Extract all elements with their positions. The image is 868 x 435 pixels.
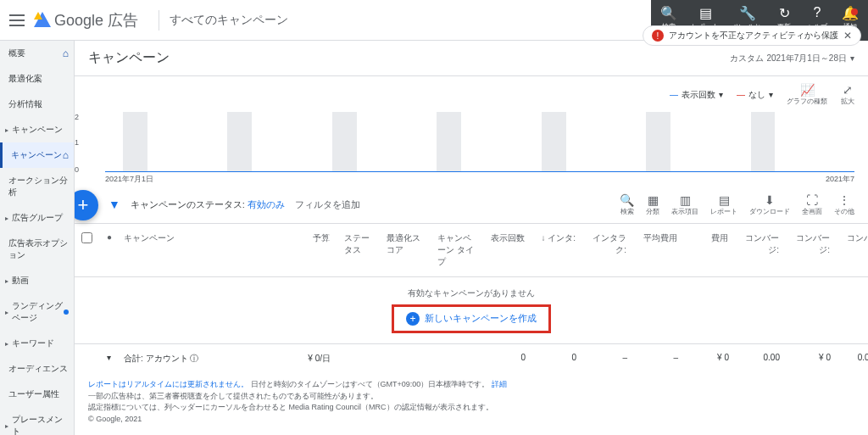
sidebar-item-0[interactable]: 概要⌂ bbox=[0, 41, 74, 66]
page-title: キャンペーン bbox=[88, 49, 170, 67]
table-action-4[interactable]: ⬇ダウンロード bbox=[749, 193, 790, 216]
date-range-picker[interactable]: カスタム 2021年7月1日～28日 ▾ bbox=[730, 53, 855, 64]
select-all-checkbox[interactable] bbox=[81, 232, 92, 243]
column-header[interactable]: コンバージ: bbox=[736, 224, 787, 276]
security-alert-pill[interactable]: ! アカウントを不正なアクティビティから保護 ✕ bbox=[643, 25, 861, 46]
product-logo[interactable]: Google 広告 bbox=[34, 10, 138, 31]
dash-icon: — bbox=[737, 90, 745, 99]
chart-type-button[interactable]: 📈グラフの種類 bbox=[787, 83, 827, 106]
column-header[interactable]: インタラク: bbox=[583, 224, 634, 276]
chevron-down-icon[interactable]: ▾ bbox=[107, 353, 111, 362]
column-header[interactable]: コンバージ: bbox=[787, 224, 837, 276]
sidebar-item-11[interactable]: オーディエンス bbox=[0, 356, 74, 382]
column-header[interactable]: コンバージ: bbox=[837, 224, 868, 276]
sidebar-item-2[interactable]: 分析情報 bbox=[0, 92, 74, 117]
total-row: ▾ 合計: アカウント ⓘ ¥ 0/日 0 0 – – ¥ 0 0.00 ¥ 0… bbox=[75, 343, 868, 369]
sidebar-item-5[interactable]: オークション分析 bbox=[0, 168, 74, 205]
product-name: Google 広告 bbox=[54, 10, 138, 31]
dash-icon: — bbox=[670, 90, 678, 99]
column-header[interactable]: キャンペーン タイプ bbox=[431, 224, 481, 276]
column-header[interactable]: 費用 bbox=[685, 224, 736, 276]
sidebar-item-10[interactable]: ▸キーワード bbox=[0, 331, 74, 356]
sidebar-item-13[interactable]: ▸プレースメント bbox=[0, 407, 74, 435]
alert-text: アカウントを不正なアクティビティから保護 bbox=[669, 30, 838, 42]
table-action-5[interactable]: ⛶全画面 bbox=[802, 193, 822, 216]
table-action-6[interactable]: ⋮その他 bbox=[834, 193, 854, 216]
column-header[interactable]: 表示回数 bbox=[481, 224, 532, 276]
divider bbox=[159, 10, 159, 31]
sidebar-item-6[interactable]: ▸広告グループ bbox=[0, 205, 74, 231]
column-header[interactable]: キャンペーン bbox=[117, 224, 287, 276]
column-header[interactable]: ↓ インタ: bbox=[532, 224, 583, 276]
sidebar-item-8[interactable]: ▸動画 bbox=[0, 268, 74, 293]
hamburger-menu-icon[interactable] bbox=[7, 10, 27, 31]
column-header[interactable] bbox=[75, 224, 100, 276]
column-header[interactable]: ステータス bbox=[337, 224, 380, 276]
table-action-0[interactable]: 🔍検索 bbox=[620, 193, 634, 216]
sidebar-item-4[interactable]: キャンペーン⌂ bbox=[0, 142, 74, 168]
chevron-down-icon: ▾ bbox=[850, 53, 854, 63]
sidebar-item-12[interactable]: ユーザー属性 bbox=[0, 382, 74, 407]
sidebar-item-9[interactable]: ▸ランディング ページ bbox=[0, 293, 74, 331]
alert-icon: ! bbox=[652, 30, 664, 42]
sidebar: 概要⌂最適化案分析情報▸キャンペーンキャンペーン⌂オークション分析▸広告グループ… bbox=[0, 41, 75, 435]
table-action-3[interactable]: ▤レポート bbox=[710, 193, 737, 216]
create-campaign-button[interactable]: + 新しいキャンペーンを作成 bbox=[406, 312, 537, 326]
add-filter-button[interactable]: フィルタを追加 bbox=[295, 198, 360, 211]
chevron-down-icon: ▾ bbox=[719, 90, 723, 99]
plus-icon: + bbox=[406, 312, 420, 326]
table-action-2[interactable]: ▥表示項目 bbox=[671, 193, 698, 216]
chevron-down-icon: ▾ bbox=[769, 90, 773, 99]
sidebar-item-1[interactable]: 最適化案 bbox=[0, 66, 74, 92]
sidebar-item-3[interactable]: ▸キャンペーン bbox=[0, 117, 74, 142]
sidebar-item-7[interactable]: 広告表示オプション bbox=[0, 231, 74, 268]
ads-logo-icon bbox=[34, 12, 51, 29]
empty-state: 有効なキャンペーンがありません + 新しいキャンペーンを作成 bbox=[75, 277, 868, 343]
metric-selector-primary[interactable]: — 表示回数 ▾ bbox=[670, 89, 723, 101]
filter-chip[interactable]: キャンペーンのステータス: 有効のみ bbox=[131, 198, 285, 211]
column-header[interactable]: 予算 bbox=[287, 224, 337, 276]
chart: 2 1 0 2021年7月1日 2021年7 bbox=[75, 113, 868, 187]
close-icon[interactable]: ✕ bbox=[843, 30, 852, 42]
details-link[interactable]: 詳細 bbox=[492, 380, 507, 388]
metric-selector-secondary[interactable]: — なし ▾ bbox=[737, 89, 773, 101]
filter-icon[interactable]: ▼ bbox=[108, 198, 120, 211]
column-header[interactable]: 平均費用 bbox=[634, 224, 685, 276]
column-header[interactable]: 最適化スコア bbox=[380, 224, 431, 276]
table-action-1[interactable]: ▦分類 bbox=[646, 193, 659, 216]
expand-chart-button[interactable]: ⤢拡大 bbox=[841, 83, 854, 106]
column-header[interactable]: ● bbox=[100, 224, 117, 276]
footer-disclaimer: レポートはリアルタイムには更新されません。 日付と時刻のタイムゾーンはすべて（G… bbox=[75, 369, 868, 435]
breadcrumb[interactable]: すべてのキャンペーン bbox=[170, 13, 288, 28]
